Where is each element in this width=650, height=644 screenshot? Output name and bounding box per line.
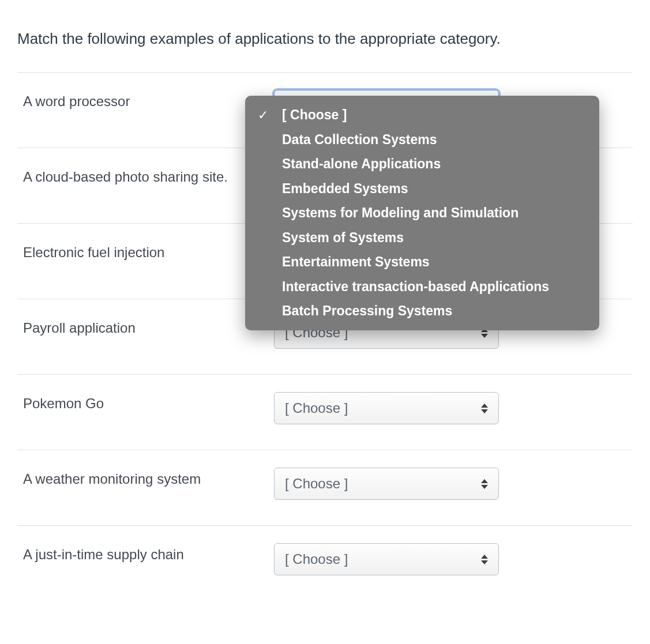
prompt-label: A weather monitoring system — [23, 468, 274, 487]
prompt-label: A word processor — [23, 90, 274, 110]
category-select[interactable]: [ Choose ] — [274, 543, 499, 575]
dropdown-option[interactable]: Data Collection Systems — [245, 127, 599, 152]
updown-icon — [481, 477, 489, 490]
match-row: A word processor [ Choose ] [ Choose ] ✓… — [17, 72, 633, 148]
prompt-label: Pokemon Go — [23, 392, 274, 412]
match-row: Pokemon Go [ Choose ] — [17, 374, 633, 450]
option-label: Stand-alone Applications — [282, 156, 441, 171]
dropdown-option[interactable]: Entertainment Systems — [245, 250, 599, 274]
answer-cell: [ Choose ] — [274, 543, 499, 575]
option-label: System of Systems — [282, 230, 404, 245]
dropdown-option[interactable]: Batch Processing Systems — [245, 299, 599, 323]
category-select[interactable]: [ Choose ] — [274, 468, 499, 500]
answer-cell: [ Choose ] [ Choose ] ✓ [ Choose ] Data … — [274, 90, 499, 122]
answer-cell: [ Choose ] — [274, 392, 499, 424]
select-value: [ Choose ] — [285, 551, 348, 567]
match-row: A just-in-time supply chain [ Choose ] — [17, 525, 633, 601]
updown-icon — [481, 402, 489, 415]
prompt-label: Payroll application — [23, 317, 274, 336]
dropdown-option[interactable]: System of Systems — [245, 225, 599, 250]
option-label: Batch Processing Systems — [282, 303, 452, 318]
dropdown-option[interactable]: Stand-alone Applications — [245, 152, 599, 176]
question-text: Match the following examples of applicat… — [17, 29, 633, 49]
select-value: [ Choose ] — [285, 476, 348, 492]
prompt-label: A just-in-time supply chain — [23, 543, 274, 563]
updown-icon — [481, 553, 489, 566]
dropdown-option[interactable]: Systems for Modeling and Simulation — [245, 201, 599, 225]
option-label: [ Choose ] — [282, 107, 347, 122]
answer-cell: [ Choose ] — [274, 468, 499, 500]
match-row: A weather monitoring system [ Choose ] — [17, 450, 633, 525]
option-label: Systems for Modeling and Simulation — [282, 205, 519, 220]
dropdown-popup[interactable]: ✓ [ Choose ] Data Collection Systems Sta… — [245, 96, 599, 330]
option-label: Entertainment Systems — [282, 254, 430, 269]
option-label: Embedded Systems — [282, 181, 408, 196]
select-value: [ Choose ] — [285, 400, 348, 416]
category-select[interactable]: [ Choose ] — [274, 392, 499, 424]
prompt-label: A cloud-based photo sharing site. — [23, 165, 274, 185]
option-label: Interactive transaction-based Applicatio… — [282, 279, 549, 294]
dropdown-option[interactable]: Interactive transaction-based Applicatio… — [245, 274, 599, 299]
option-label: Data Collection Systems — [282, 132, 437, 147]
dropdown-option[interactable]: Embedded Systems — [245, 176, 599, 201]
check-icon: ✓ — [258, 106, 268, 125]
dropdown-option[interactable]: ✓ [ Choose ] — [245, 103, 599, 127]
prompt-label: Electronic fuel injection — [23, 241, 274, 261]
